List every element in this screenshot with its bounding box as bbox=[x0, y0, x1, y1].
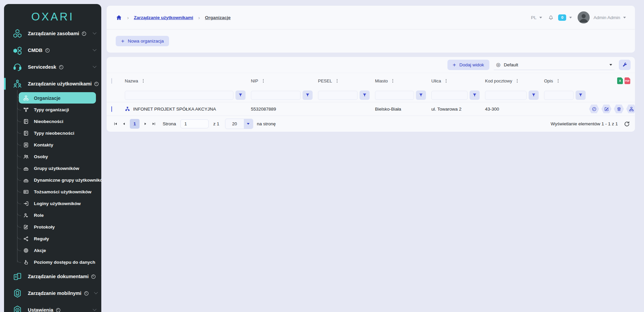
next-page-button[interactable] bbox=[141, 120, 150, 128]
add-view-button[interactable]: + Dodaj widok bbox=[447, 60, 489, 70]
user-name: Admin Admin bbox=[593, 15, 620, 20]
view-selector-value: Default bbox=[504, 62, 518, 67]
filter-input-ulica[interactable] bbox=[431, 91, 468, 100]
view-selector[interactable]: ◎ Default bbox=[494, 60, 614, 70]
sidebar-item-akcje[interactable]: Akcje bbox=[4, 245, 101, 256]
sidebar-item-typy-nieobecnosci[interactable]: Typy nieobecności bbox=[4, 127, 101, 139]
sidebar-item-label: Typy nieobecności bbox=[34, 131, 74, 136]
column-menu-icon[interactable] bbox=[390, 78, 395, 83]
export-excel-icon[interactable]: X bbox=[617, 77, 623, 84]
column-header-ulica: Ulica bbox=[431, 78, 441, 83]
filter-input-pesel[interactable] bbox=[318, 91, 358, 100]
filter-button-nip[interactable] bbox=[303, 90, 313, 100]
sidebar-item-loginy[interactable]: Loginy użytkowników bbox=[4, 198, 101, 209]
export-pdf-icon[interactable]: PDF bbox=[625, 77, 630, 84]
column-menu-icon[interactable] bbox=[515, 78, 520, 83]
filter-button-kod-pocztowy[interactable] bbox=[529, 90, 539, 100]
graph-icon bbox=[23, 107, 29, 113]
sidebar-item-label: Osoby bbox=[34, 154, 48, 159]
chevron-down-icon bbox=[93, 48, 96, 51]
settings-gear-icon bbox=[13, 305, 22, 312]
page-size-select[interactable]: 20 bbox=[225, 119, 253, 129]
filter-input-miasto[interactable] bbox=[375, 91, 414, 100]
last-page-button[interactable] bbox=[150, 120, 158, 128]
sidebar-item-zarzadzanie-dokumentami[interactable]: Zarządzanie dokumentami bbox=[4, 268, 101, 285]
sidebar-item-dynamiczne-grupy[interactable]: Dynamiczne grupy użytkowników bbox=[4, 174, 101, 186]
sidebar-item-poziomy-dostepu[interactable]: Poziomy dostępu do danych bbox=[4, 256, 101, 268]
column-menu-icon[interactable] bbox=[141, 78, 146, 83]
sidebar-item-reguly[interactable]: Reguły bbox=[4, 233, 101, 245]
sidebar-item-servicedesk[interactable]: Servicedesk bbox=[4, 59, 101, 75]
contact-book-icon bbox=[23, 142, 29, 148]
sidebar-item-grupy-uzytkownikow[interactable]: Grupy użytkowników bbox=[4, 163, 101, 174]
documents-icon bbox=[13, 272, 22, 281]
column-menu-icon[interactable] bbox=[335, 78, 339, 83]
sidebar-item-ustawienia[interactable]: Ustawienia bbox=[4, 302, 101, 312]
target-icon bbox=[23, 248, 29, 253]
column-menu-icon[interactable] bbox=[261, 78, 266, 83]
filter-button-pesel[interactable] bbox=[360, 90, 370, 100]
filter-button-miasto[interactable] bbox=[416, 90, 426, 100]
sidebar-item-role[interactable]: Role bbox=[4, 209, 101, 221]
breadcrumb-link-users[interactable]: Zarządzanie użytkownikami bbox=[134, 15, 193, 20]
sidebar-item-zarzadzanie-uzytkownikami[interactable]: Zarządzanie użytkownikami bbox=[4, 75, 101, 92]
sidebar-item-osoby[interactable]: Osoby bbox=[4, 151, 101, 163]
page-number-button[interactable]: 1 bbox=[130, 119, 140, 129]
sidebar-item-label: CMDB bbox=[28, 48, 43, 53]
row-delete-button[interactable] bbox=[614, 105, 624, 113]
filter-input-nazwa[interactable] bbox=[125, 91, 233, 100]
table-row[interactable]: INFONET PROJEKT SPÓŁKA AKCYJNA 553208788… bbox=[107, 102, 635, 116]
main-content: › Zarządzanie użytkownikami › Organizacj… bbox=[107, 0, 635, 132]
refresh-button[interactable] bbox=[624, 121, 630, 127]
sidebar-item-kontakty[interactable]: Kontakty bbox=[4, 139, 101, 151]
breadcrumb-current[interactable]: Organizacje bbox=[205, 15, 231, 20]
sidebar-item-label: Typy organizacji bbox=[34, 107, 69, 112]
gauge-icon bbox=[59, 65, 64, 70]
language-selector[interactable]: PL bbox=[531, 15, 537, 20]
filter-input-nip[interactable] bbox=[251, 91, 301, 100]
sidebar-item-nieobecnosci[interactable]: Nieobecności bbox=[4, 116, 101, 127]
column-menu-icon[interactable] bbox=[556, 78, 560, 83]
notifications-bell-icon[interactable] bbox=[548, 14, 554, 21]
sidebar-item-zarzadzanie-mobilnymi[interactable]: Zarządzanie mobilnymi bbox=[4, 285, 101, 302]
column-menu-icon[interactable] bbox=[444, 78, 448, 83]
person-silhouette-icon bbox=[578, 11, 590, 23]
filter-input-kod-pocztowy[interactable] bbox=[485, 91, 527, 100]
page-number-input[interactable] bbox=[180, 119, 209, 128]
hand-icon bbox=[23, 259, 29, 265]
sidebar-item-protokoly[interactable]: Protokoły bbox=[4, 221, 101, 233]
row-edit-button[interactable] bbox=[601, 105, 611, 113]
chevron-down-icon[interactable] bbox=[623, 17, 626, 18]
previous-page-button[interactable] bbox=[120, 120, 128, 128]
sidebar-item-label: Poziomy dostępu do danych bbox=[34, 260, 95, 265]
filter-button-nazwa[interactable] bbox=[235, 90, 246, 100]
notification-count-badge[interactable]: 0 bbox=[558, 14, 566, 21]
chevron-down-icon[interactable] bbox=[569, 17, 572, 18]
sitemap-icon bbox=[23, 95, 29, 101]
view-settings-button[interactable] bbox=[619, 60, 631, 70]
sidebar-item-label: Organizacje bbox=[34, 96, 60, 101]
filter-button-opis[interactable] bbox=[576, 90, 586, 100]
app-logo: OXARI bbox=[4, 4, 101, 25]
home-icon[interactable] bbox=[116, 14, 122, 21]
row-checkbox[interactable] bbox=[111, 106, 112, 112]
row-structure-button[interactable] bbox=[626, 105, 635, 113]
select-all-checkbox[interactable] bbox=[111, 78, 112, 84]
sidebar-item-organizacje[interactable]: Organizacje bbox=[4, 92, 101, 104]
previous-page-icon bbox=[122, 121, 126, 127]
sidebar-item-typy-organizacji[interactable]: Typy organizacji bbox=[4, 104, 101, 116]
new-organization-button[interactable]: + Nowa organizacja bbox=[116, 36, 169, 46]
filter-button-ulica[interactable] bbox=[470, 90, 480, 100]
funnel-icon bbox=[531, 93, 536, 98]
sidebar-item-label: Zarządzanie mobilnymi bbox=[28, 291, 82, 296]
first-page-button[interactable] bbox=[111, 120, 120, 128]
plus-icon: + bbox=[121, 38, 124, 44]
avatar[interactable] bbox=[578, 11, 590, 23]
row-history-button[interactable] bbox=[589, 105, 599, 113]
filter-input-opis[interactable] bbox=[544, 91, 574, 100]
sidebar-item-tozsamosci[interactable]: Tożsamości użytkowników bbox=[4, 186, 101, 198]
sidebar-item-zarzadzanie-zasobami[interactable]: Zarządzanie zasobami bbox=[4, 25, 101, 42]
column-header-pesel: PESEL bbox=[318, 78, 332, 83]
journal-icon bbox=[23, 119, 29, 124]
sidebar-item-cmdb[interactable]: CMDB bbox=[4, 42, 101, 59]
